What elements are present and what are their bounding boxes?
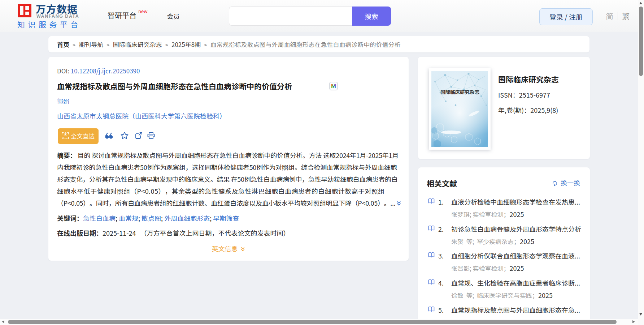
svg-text:free: free	[63, 137, 68, 140]
svg-text:国际临床研究杂志: 国际临床研究杂志	[440, 88, 479, 95]
